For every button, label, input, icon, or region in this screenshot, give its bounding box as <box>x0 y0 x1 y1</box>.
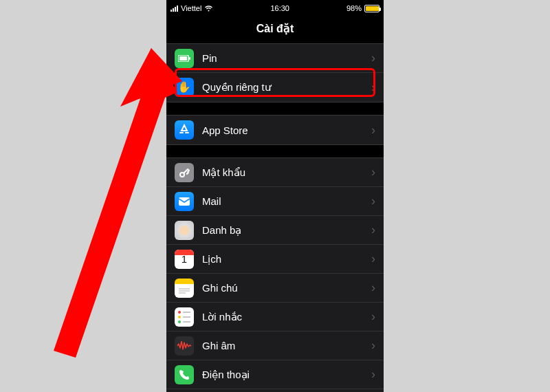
row-phone[interactable]: Điện thoại › <box>166 360 384 389</box>
battery-settings-icon <box>175 49 194 68</box>
status-bar: Viettel 16:30 98% <box>166 0 384 17</box>
row-reminders[interactable]: Lời nhắc › <box>166 303 384 331</box>
chevron-right-icon: › <box>371 165 375 179</box>
row-messages[interactable]: Tin nhắn › <box>166 389 384 392</box>
phone-frame: Viettel 16:30 98% Cài đặt Pin › ✋ Quyền … <box>166 0 384 392</box>
svg-rect-2 <box>189 57 190 60</box>
row-label: Pin <box>202 52 371 64</box>
chevron-right-icon: › <box>371 309 375 324</box>
row-privacy[interactable]: ✋ Quyền riêng tư › <box>166 73 384 102</box>
reminders-icon <box>175 307 194 327</box>
settings-group: Pin › ✋ Quyền riêng tư › <box>166 43 384 102</box>
appstore-icon <box>175 120 194 140</box>
status-left: Viettel <box>170 4 213 12</box>
row-label: Mail <box>202 195 371 207</box>
row-voicememos[interactable]: Ghi âm › <box>166 331 384 360</box>
chevron-right-icon: › <box>371 51 375 65</box>
row-passwords[interactable]: Mật khẩu › <box>166 158 384 187</box>
carrier-label: Viettel <box>181 4 201 12</box>
settings-group: App Store › <box>166 115 384 145</box>
chevron-right-icon: › <box>371 338 375 353</box>
chevron-right-icon: › <box>371 194 375 208</box>
hand-icon: ✋ <box>175 78 194 97</box>
chevron-right-icon: › <box>371 123 375 138</box>
signal-icon <box>170 6 178 12</box>
row-contacts[interactable]: Danh bạ › <box>166 216 384 245</box>
callout-arrow-icon <box>21 48 186 378</box>
row-label: Lời nhắc <box>202 311 371 323</box>
battery-pct: 98% <box>346 4 362 12</box>
svg-marker-5 <box>54 48 177 358</box>
chevron-right-icon: › <box>371 223 375 237</box>
contacts-icon <box>175 221 194 240</box>
row-notes[interactable]: Ghi chú › <box>166 274 384 303</box>
svg-rect-1 <box>179 56 187 61</box>
status-right: 98% <box>346 4 380 12</box>
row-appstore[interactable]: App Store › <box>166 116 384 144</box>
battery-icon <box>364 5 380 12</box>
key-icon <box>175 163 194 182</box>
row-label: Điện thoại <box>202 369 371 381</box>
chevron-right-icon: › <box>371 80 375 95</box>
row-label: Ghi chú <box>202 282 371 294</box>
row-label: Mật khẩu <box>202 166 371 179</box>
mail-icon <box>175 192 194 211</box>
svg-rect-4 <box>179 197 190 206</box>
row-label: Ghi âm <box>202 340 371 351</box>
row-label: App Store <box>202 124 371 136</box>
calendar-icon: 1 <box>175 250 194 269</box>
chevron-right-icon: › <box>371 252 375 266</box>
waveform-icon <box>175 336 194 356</box>
chevron-right-icon: › <box>371 281 375 295</box>
settings-group: Mật khẩu › Mail › Danh bạ › 1 Lịch › <box>166 157 384 392</box>
wifi-icon <box>204 5 213 12</box>
row-mail[interactable]: Mail › <box>166 187 384 216</box>
row-battery[interactable]: Pin › <box>166 44 384 73</box>
row-label: Danh bạ <box>202 224 371 237</box>
row-label: Quyền riêng tư <box>202 81 371 94</box>
page-title: Cài đặt <box>166 17 384 43</box>
clock: 16:30 <box>270 4 289 12</box>
chevron-right-icon: › <box>371 367 375 382</box>
notes-icon <box>175 279 194 298</box>
row-label: Lịch <box>202 253 371 265</box>
settings-list[interactable]: Pin › ✋ Quyền riêng tư › App Store › <box>166 43 384 392</box>
row-calendar[interactable]: 1 Lịch › <box>166 245 384 274</box>
phone-icon <box>175 365 194 384</box>
